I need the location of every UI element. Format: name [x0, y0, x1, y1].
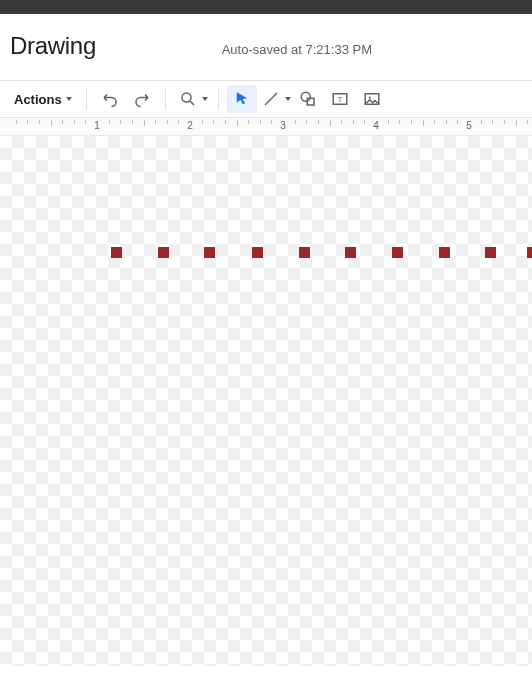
zoom-button[interactable]: [176, 85, 200, 113]
svg-text:T: T: [337, 95, 342, 104]
image-tool-button[interactable]: [357, 85, 387, 113]
shape-icon: [299, 90, 317, 108]
svg-point-0: [182, 93, 191, 102]
ruler-label: 2: [187, 120, 193, 131]
svg-point-3: [301, 92, 310, 101]
canvas-shape[interactable]: [204, 247, 215, 258]
separator: [165, 88, 166, 110]
drawing-canvas[interactable]: [0, 136, 532, 666]
svg-rect-4: [307, 98, 314, 105]
autosave-status: Auto-saved at 7:21:33 PM: [222, 42, 372, 57]
image-icon: [363, 90, 381, 108]
shape-tool-button[interactable]: [293, 85, 323, 113]
canvas-shape[interactable]: [527, 247, 532, 258]
canvas-shape[interactable]: [345, 247, 356, 258]
actions-label: Actions: [14, 92, 62, 107]
header: Drawing Auto-saved at 7:21:33 PM: [0, 14, 532, 80]
separator: [218, 88, 219, 110]
canvas-shape[interactable]: [111, 247, 122, 258]
ruler-label: 5: [466, 120, 472, 131]
zoom-control[interactable]: [174, 85, 210, 113]
cursor-icon: [233, 90, 251, 108]
textbox-icon: T: [331, 90, 349, 108]
caret-down-icon: [285, 97, 291, 101]
separator: [86, 88, 87, 110]
redo-button[interactable]: [127, 85, 157, 113]
canvas-shape[interactable]: [158, 247, 169, 258]
select-tool-button[interactable]: [227, 85, 257, 113]
svg-line-2: [265, 93, 277, 105]
actions-menu-button[interactable]: Actions: [8, 88, 78, 111]
canvas-shape[interactable]: [299, 247, 310, 258]
redo-icon: [133, 90, 151, 108]
canvas-shape[interactable]: [252, 247, 263, 258]
svg-line-1: [190, 101, 194, 105]
ruler-label: 3: [280, 120, 286, 131]
magnifier-icon: [179, 90, 197, 108]
page-title: Drawing: [10, 32, 96, 60]
horizontal-ruler: 12345: [0, 118, 532, 136]
caret-down-icon: [66, 97, 72, 101]
undo-button[interactable]: [95, 85, 125, 113]
caret-down-icon: [202, 97, 208, 101]
line-icon: [262, 90, 280, 108]
canvas-shape[interactable]: [485, 247, 496, 258]
textbox-tool-button[interactable]: T: [325, 85, 355, 113]
svg-point-8: [368, 96, 370, 98]
line-icon-wrap: [259, 85, 283, 113]
canvas-shape[interactable]: [392, 247, 403, 258]
line-tool-button[interactable]: [259, 85, 291, 113]
toolbar: Actions T: [0, 80, 532, 118]
ruler-label: 4: [373, 120, 379, 131]
ruler-label: 1: [94, 120, 100, 131]
canvas-shape[interactable]: [439, 247, 450, 258]
undo-icon: [101, 90, 119, 108]
window-chrome-strip: [0, 0, 532, 14]
